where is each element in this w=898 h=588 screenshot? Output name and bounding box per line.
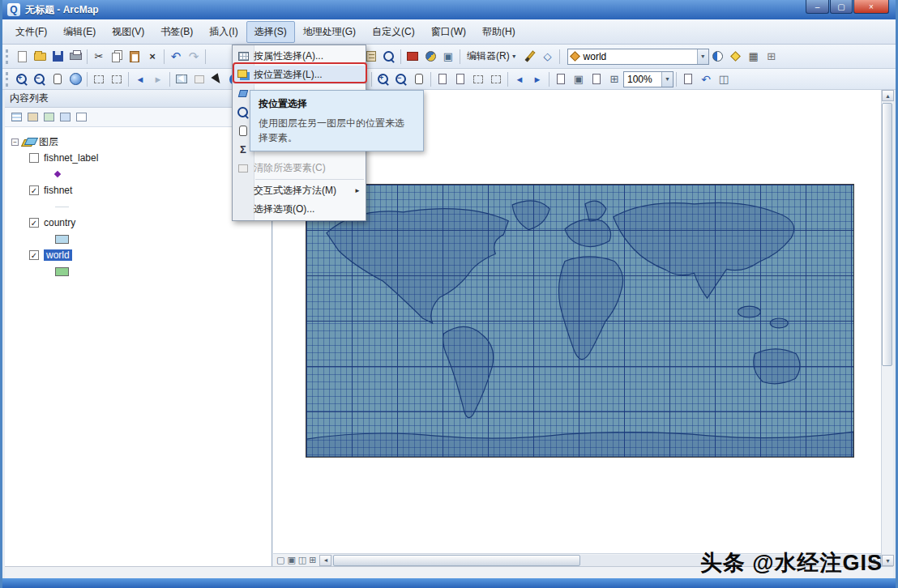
menu-view[interactable]: 视图(V) (104, 21, 152, 43)
toolbar-grip[interactable] (6, 72, 10, 87)
fixed-zoom-in-button[interactable] (90, 70, 108, 88)
combo-dropdown-icon[interactable]: ▼ (697, 49, 708, 64)
sketch-properties-button[interactable]: ⊞ (763, 48, 780, 66)
modelbuilder-button[interactable]: ▣ (439, 48, 457, 66)
focus-data-frame-button[interactable]: ▣ (570, 70, 588, 88)
menu-file[interactable]: 文件(F) (7, 21, 55, 43)
menu-item-selection-options[interactable]: 选择选项(O)... (233, 200, 366, 219)
zoom-in-button[interactable]: + (13, 70, 31, 88)
menu-customize[interactable]: 自定义(C) (364, 21, 423, 43)
layer-checkbox[interactable]: ✓ (29, 250, 39, 260)
menu-bookmarks[interactable]: 书签(B) (152, 21, 201, 43)
print-button[interactable] (66, 48, 84, 66)
layout-back-extent-button[interactable]: ◄ (511, 70, 528, 88)
zoom-100-button[interactable] (451, 70, 469, 88)
snapping-toggle-button[interactable] (709, 48, 727, 66)
change-layout-button[interactable] (588, 70, 605, 88)
cut-button[interactable]: ✂ (90, 48, 108, 66)
hscroll-thumb[interactable] (333, 555, 580, 566)
clear-selection-button[interactable] (190, 70, 208, 88)
line-symbol-swatch[interactable] (55, 207, 69, 207)
layout-view-button[interactable]: ▣ (287, 555, 295, 565)
target-layer-combo[interactable]: world ▼ (567, 49, 709, 65)
layer-name[interactable]: fishnet (44, 185, 72, 196)
edit-vertices-button[interactable]: ◇ (539, 48, 557, 66)
layer-checkbox[interactable]: ✓ (29, 218, 39, 228)
world-fishnet-map[interactable] (306, 184, 854, 458)
polygon-symbol-swatch[interactable] (55, 235, 69, 244)
toggle-draft-mode-button[interactable] (552, 70, 570, 88)
list-by-source-button[interactable] (24, 109, 41, 126)
data-driven-pages-button[interactable]: ⊞ (605, 70, 623, 88)
symbol-row[interactable] (5, 231, 272, 247)
redo-button[interactable]: ↷ (185, 48, 203, 66)
layer-name[interactable]: fishnet_label (44, 152, 98, 164)
create-features-button[interactable] (727, 48, 745, 66)
minimize-button[interactable]: – (806, 0, 829, 14)
vscroll-track[interactable] (882, 101, 893, 555)
map-surround-button[interactable]: ◫ (715, 70, 733, 88)
undo-button[interactable]: ↶ (167, 48, 185, 66)
layer-name[interactable]: country (44, 217, 75, 228)
menu-geoprocessing[interactable]: 地理处理(G) (295, 21, 364, 43)
pause-drawing-button[interactable] (679, 70, 697, 88)
list-by-selection-button[interactable] (57, 109, 73, 126)
save-button[interactable] (49, 48, 66, 66)
polygon-symbol-swatch[interactable] (55, 267, 69, 276)
layer-checkbox[interactable] (29, 153, 39, 163)
layout-pan-button[interactable] (410, 70, 428, 88)
arctoolbox-button[interactable] (404, 48, 421, 66)
editor-menu-button[interactable]: 编辑器(R) ▼ (463, 48, 521, 65)
back-extent-button[interactable]: ◄ (131, 70, 149, 88)
toc-options-button[interactable] (73, 109, 89, 126)
close-button[interactable]: × (853, 0, 889, 14)
scroll-up-button[interactable]: ▲ (882, 90, 894, 101)
layer-row-world[interactable]: ✓ world (5, 247, 272, 263)
pan-button[interactable] (49, 70, 66, 88)
zoom-out-button[interactable]: − (31, 70, 49, 88)
new-document-button[interactable] (13, 48, 31, 66)
fixed-zoom-out-button[interactable] (108, 70, 126, 88)
vertical-scrollbar[interactable]: ▲ ▼ (881, 90, 893, 566)
layout-fixed-zoom-in-button[interactable] (469, 70, 487, 88)
scroll-down-button[interactable]: ▼ (882, 555, 894, 566)
layer-checkbox[interactable]: ✓ (29, 185, 39, 195)
refresh-view-button[interactable]: ◫ (298, 555, 306, 565)
attributes-dialog-button[interactable]: ▦ (745, 48, 763, 66)
forward-extent-button[interactable]: ► (149, 70, 167, 88)
combo-dropdown-icon[interactable]: ▼ (661, 72, 673, 87)
list-by-drawing-order-button[interactable] (8, 109, 24, 126)
edit-tool-button[interactable] (521, 48, 539, 66)
toolbar-grip[interactable] (6, 49, 10, 64)
refresh-view-button[interactable]: ↶ (697, 70, 715, 88)
layout-fixed-zoom-out-button[interactable] (487, 70, 505, 88)
scroll-left-button[interactable]: ◄ (319, 555, 331, 566)
full-extent-button[interactable] (66, 70, 84, 88)
collapse-expander-icon[interactable]: − (11, 138, 19, 146)
list-by-visibility-button[interactable] (41, 109, 57, 126)
menu-insert[interactable]: 插入(I) (201, 21, 246, 43)
paste-button[interactable] (126, 48, 143, 66)
select-features-button[interactable] (173, 70, 190, 88)
layer-name-selected[interactable]: world (44, 249, 72, 261)
layout-zoom-out-button[interactable]: − (392, 70, 410, 88)
layout-forward-extent-button[interactable]: ► (528, 70, 546, 88)
data-view-button[interactable]: ▢ (276, 555, 284, 565)
menu-item-interactive-selection-method[interactable]: 交互式选择方法(M) ► (233, 181, 366, 200)
copy-button[interactable] (108, 48, 126, 66)
open-button[interactable] (31, 48, 49, 66)
menu-windows[interactable]: 窗口(W) (423, 21, 474, 43)
pause-drawing-button[interactable]: ⊞ (309, 555, 316, 565)
zoom-percent-combo[interactable]: 100% ▼ (623, 71, 674, 87)
menu-edit[interactable]: 编辑(E) (55, 21, 104, 43)
menu-selection[interactable]: 选择(S) (246, 21, 295, 43)
symbol-row[interactable] (5, 263, 272, 279)
maximize-button[interactable]: ▢ (830, 0, 853, 14)
vscroll-thumb[interactable] (882, 103, 892, 366)
zoom-whole-page-button[interactable] (434, 70, 451, 88)
delete-button[interactable]: × (143, 48, 161, 66)
select-elements-button[interactable] (208, 70, 226, 88)
python-button[interactable] (421, 48, 439, 66)
search-button[interactable] (380, 48, 398, 66)
menu-help[interactable]: 帮助(H) (474, 21, 524, 43)
